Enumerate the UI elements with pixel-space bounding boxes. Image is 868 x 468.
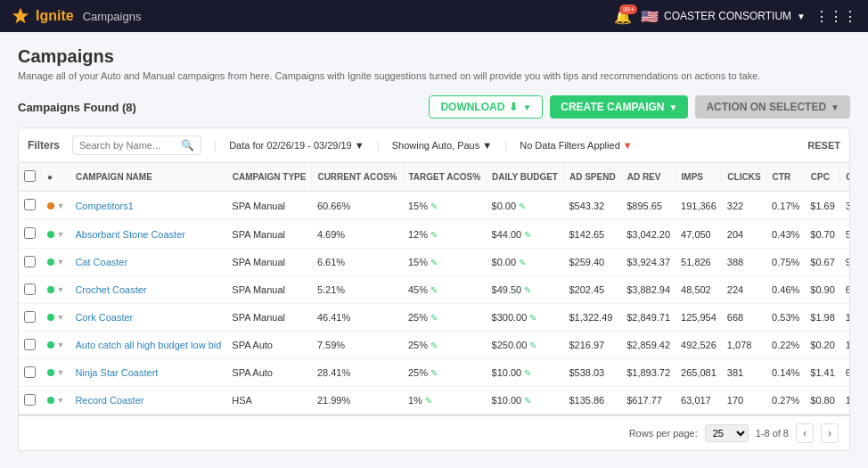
status-caret-icon[interactable]: ▼ bbox=[57, 396, 65, 405]
row-checkbox[interactable] bbox=[24, 311, 36, 323]
status-dot-green bbox=[47, 231, 54, 238]
ad-rev-cell: $2,859.42 bbox=[621, 332, 676, 359]
target-acos-cell: 12% ✎ bbox=[403, 220, 487, 249]
main-content: Campaigns Manage all of your Auto and Ma… bbox=[0, 32, 868, 465]
rows-per-page-label: Rows per page: bbox=[629, 428, 698, 439]
account-button[interactable]: 🇺🇸 COASTER CONSORTIUM ▼ bbox=[641, 8, 806, 25]
ctr-cell: 0.27% bbox=[766, 387, 805, 415]
campaign-name-header: CAMPAIGN NAME bbox=[70, 163, 226, 192]
status-caret-icon[interactable]: ▼ bbox=[57, 201, 65, 210]
row-checkbox[interactable] bbox=[24, 366, 36, 378]
edit-target-icon[interactable]: ✎ bbox=[430, 341, 438, 350]
status-caret-icon[interactable]: ▼ bbox=[57, 258, 65, 267]
action-on-selected-button[interactable]: ACTION ON SELECTED ▼ bbox=[695, 95, 850, 119]
cpc-cell: $0.67 bbox=[805, 249, 840, 276]
clicks-cell: 381 bbox=[722, 359, 766, 387]
logo-icon bbox=[11, 6, 30, 26]
ad-spend-cell: $543.32 bbox=[563, 192, 621, 220]
status-dot-green bbox=[47, 286, 54, 293]
date-filter[interactable]: Data for 02/26/19 - 03/29/19 ▼ bbox=[229, 140, 364, 151]
search-box[interactable]: 🔍 bbox=[72, 135, 201, 155]
current-acos-cell: 46.41% bbox=[312, 304, 403, 332]
row-checkbox[interactable] bbox=[24, 227, 36, 239]
campaign-name-link[interactable]: Auto catch all high budget low bid bbox=[75, 340, 221, 350]
edit-target-icon[interactable]: ✎ bbox=[430, 368, 438, 378]
reset-button[interactable]: RESET bbox=[807, 140, 840, 151]
daily-budget-header: DAILY BUDGET bbox=[487, 163, 564, 192]
create-campaign-button[interactable]: CREATE CAMPAIGN ▼ bbox=[550, 95, 688, 119]
campaign-name-link[interactable]: Crochet Coaster bbox=[75, 284, 146, 295]
next-page-button[interactable]: › bbox=[821, 423, 839, 443]
edit-budget-icon[interactable]: ✎ bbox=[519, 258, 526, 267]
data-caret-icon: ▼ bbox=[623, 140, 633, 151]
ctr-cell: 0.75% bbox=[766, 249, 805, 276]
ad-spend-cell: $216.97 bbox=[563, 332, 621, 359]
edit-budget-icon[interactable]: ✎ bbox=[524, 285, 531, 295]
campaign-name-cell: Absorbant Stone Coaster bbox=[70, 220, 226, 249]
campaign-name-cell: Ninja Star Coastert bbox=[70, 359, 226, 387]
ad-spend-cell: $202.45 bbox=[563, 276, 621, 304]
ad-rev-cell: $617.77 bbox=[621, 387, 676, 415]
row-checkbox[interactable] bbox=[24, 199, 36, 210]
edit-target-icon[interactable]: ✎ bbox=[430, 285, 438, 295]
showing-filter[interactable]: Showing Auto, Paus ▼ bbox=[392, 140, 492, 151]
edit-budget-icon[interactable]: ✎ bbox=[519, 201, 526, 211]
row-checkbox-cell bbox=[19, 276, 42, 304]
cpc-cell: $1.41 bbox=[805, 359, 840, 387]
daily-budget-cell: $300.00 ✎ bbox=[487, 304, 564, 332]
campaign-type-cell: SPA Manual bbox=[226, 276, 312, 304]
status-caret-icon[interactable]: ▼ bbox=[57, 285, 65, 294]
campaign-name-cell: Auto catch all high budget low bid bbox=[70, 332, 226, 359]
row-checkbox[interactable] bbox=[24, 256, 36, 267]
edit-target-icon[interactable]: ✎ bbox=[430, 230, 438, 240]
ctr-cell: 0.17% bbox=[766, 192, 805, 220]
edit-budget-icon[interactable]: ✎ bbox=[529, 313, 536, 323]
clicks-cell: 322 bbox=[722, 192, 766, 220]
search-input[interactable] bbox=[79, 140, 177, 151]
account-name: COASTER CONSORTIUM bbox=[664, 10, 791, 22]
edit-budget-icon[interactable]: ✎ bbox=[524, 368, 531, 378]
imps-cell: 63,017 bbox=[676, 387, 722, 415]
create-caret-icon: ▼ bbox=[669, 103, 678, 112]
campaign-type-cell: HSA bbox=[226, 387, 312, 415]
bell-badge: 99+ bbox=[619, 4, 637, 14]
rows-per-page-select[interactable]: 25 50 100 bbox=[705, 424, 749, 442]
ad-rev-cell: $3,924.37 bbox=[621, 249, 676, 276]
data-filter[interactable]: No Data Filters Applied ▼ bbox=[520, 140, 795, 151]
campaign-name-link[interactable]: Cat Coaster bbox=[75, 257, 127, 267]
campaign-name-link[interactable]: Cork Coaster bbox=[75, 312, 133, 323]
conv-cell: 96 bbox=[840, 249, 850, 276]
edit-budget-icon[interactable]: ✎ bbox=[529, 341, 536, 350]
edit-budget-icon[interactable]: ✎ bbox=[524, 396, 531, 406]
campaign-name-link[interactable]: Ninja Star Coastert bbox=[75, 367, 158, 378]
row-checkbox[interactable] bbox=[24, 394, 36, 406]
select-all-checkbox[interactable] bbox=[24, 170, 36, 182]
imps-cell: 51,826 bbox=[676, 249, 722, 276]
campaigns-found: Campaigns Found (8) bbox=[18, 101, 136, 114]
imps-cell: 125,954 bbox=[676, 304, 722, 332]
campaign-name-link[interactable]: Absorbant Stone Coaster bbox=[75, 229, 185, 240]
daily-budget-cell: $250.00 ✎ bbox=[487, 332, 564, 359]
action-label: ACTION ON SELECTED bbox=[706, 101, 826, 113]
row-checkbox[interactable] bbox=[24, 339, 36, 350]
status-caret-icon[interactable]: ▼ bbox=[57, 313, 65, 322]
status-caret-icon[interactable]: ▼ bbox=[57, 230, 65, 239]
grid-button[interactable]: ⋮⋮⋮ bbox=[815, 8, 857, 25]
status-caret-icon[interactable]: ▼ bbox=[57, 341, 65, 349]
edit-target-icon[interactable]: ✎ bbox=[430, 258, 438, 267]
ctr-cell: 0.43% bbox=[766, 220, 805, 249]
edit-target-icon[interactable]: ✎ bbox=[430, 201, 438, 211]
download-button[interactable]: DOWNLOAD ⬇ ▼ bbox=[429, 95, 543, 119]
cpc-cell: $0.20 bbox=[805, 332, 840, 359]
campaign-name-link[interactable]: Competitors1 bbox=[75, 201, 133, 211]
edit-target-icon[interactable]: ✎ bbox=[425, 396, 432, 406]
campaign-name-link[interactable]: Record Coaster bbox=[75, 395, 143, 406]
status-caret-icon[interactable]: ▼ bbox=[57, 368, 65, 377]
prev-page-button[interactable]: ‹ bbox=[796, 423, 814, 443]
ad-spend-cell: $1,322.49 bbox=[563, 304, 621, 332]
bell-button[interactable]: 🔔 99+ bbox=[614, 8, 632, 25]
account-caret-icon: ▼ bbox=[797, 12, 806, 21]
edit-budget-icon[interactable]: ✎ bbox=[524, 230, 531, 240]
edit-target-icon[interactable]: ✎ bbox=[430, 313, 438, 323]
row-checkbox[interactable] bbox=[24, 283, 36, 295]
